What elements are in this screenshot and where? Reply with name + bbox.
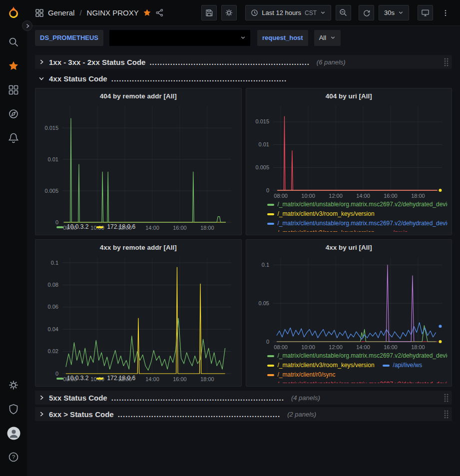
sidebar-item-server-admin[interactable] <box>3 399 23 419</box>
svg-text:16:00: 16:00 <box>384 193 398 199</box>
legend-label: /_matrix/client/unstable/org.matrix.msc2… <box>278 200 448 209</box>
legend-label: /api/live/ws <box>393 361 423 370</box>
svg-text:14:00: 14:00 <box>356 344 370 350</box>
panel-title[interactable]: 4xx by uri [All] <box>250 242 448 254</box>
request-host-value: All <box>319 34 326 41</box>
panel-4xx-by-uri: 4xx by uri [All] 00.050.108:0010:0012:00… <box>246 239 453 387</box>
sidebar-item-configuration[interactable] <box>3 375 23 395</box>
breadcrumb-section[interactable]: General <box>48 8 74 17</box>
svg-text:0.1: 0.1 <box>261 262 269 268</box>
panel-title[interactable]: 404 by uri [All] <box>250 91 448 103</box>
share-icon[interactable] <box>155 8 164 17</box>
datasource-select[interactable] <box>109 30 250 46</box>
svg-text:14:00: 14:00 <box>356 193 370 199</box>
dashboard-title[interactable]: NGINX PROXY <box>87 8 139 17</box>
legend-label: 172.18.0.6 <box>107 222 135 232</box>
kiosk-mode-button[interactable] <box>418 5 433 20</box>
row-drag-handle[interactable] <box>444 57 449 67</box>
main-area: General / NGINX PROXY Last 12 hours CST <box>27 0 460 476</box>
svg-text:0.005: 0.005 <box>255 164 269 170</box>
legend-label: /_matrix/client/v3/room_keys/version <box>278 361 375 370</box>
legend-item[interactable]: /_matrix/client/unstable/org.matrix.msc2… <box>267 351 448 361</box>
favorite-star-icon[interactable] <box>143 8 151 17</box>
dashboard-content: 1xx - 3xx - 2xx Status Code ............… <box>27 49 460 476</box>
chevron-right-icon <box>38 394 45 401</box>
save-dashboard-button[interactable] <box>201 5 217 20</box>
row-6xx-status-code[interactable]: 6xx > Status Code ......................… <box>35 407 452 421</box>
legend-item[interactable]: /_matrix/client/v3/room_keys/version <box>267 209 375 219</box>
request-host-variable-label[interactable]: request_host <box>257 30 308 46</box>
legend-swatch <box>56 378 63 380</box>
chevron-right-icon <box>25 23 30 28</box>
menu-open-button[interactable] <box>22 20 32 31</box>
svg-text:0.015: 0.015 <box>255 118 269 124</box>
legend-item[interactable]: 10.0.3.2 <box>56 374 88 383</box>
dashboards-grid-icon <box>8 84 19 95</box>
legend-item[interactable]: /_matrix/client/unstable/org.matrix.msc2… <box>267 200 448 209</box>
refresh-icon <box>363 9 371 17</box>
sidebar-item-alerting[interactable] <box>3 128 23 148</box>
row-drag-handle[interactable] <box>444 393 449 403</box>
panel-grid: 404 by remote addr [All] 00.0050.010.015… <box>35 88 452 387</box>
panel-4xx-by-remote-addr: 4xx by remote addr [All] 00.020.040.060.… <box>35 239 242 387</box>
row-dots: ........................................… <box>111 394 284 402</box>
dashboard-settings-button[interactable] <box>221 5 237 20</box>
svg-text:0.04: 0.04 <box>48 326 58 332</box>
legend-item[interactable]: /sw.js <box>383 228 408 232</box>
legend-swatch <box>267 213 274 215</box>
refresh-button[interactable] <box>359 5 374 20</box>
time-series-chart[interactable]: 00.0050.010.01508:0010:0012:0014:0016:00… <box>39 103 237 222</box>
sidebar-item-profile[interactable] <box>3 423 23 443</box>
legend-item[interactable]: /_matrix/client/r0/sync <box>267 370 336 380</box>
legend-item[interactable]: /_matrix/client/v3/room_keys/version <box>267 228 375 232</box>
kebab-menu-button[interactable] <box>438 5 453 20</box>
chevron-right-icon <box>38 411 45 418</box>
panel-title[interactable]: 4xx by remote addr [All] <box>39 242 237 254</box>
row-1xx-3xx-2xx-status-code[interactable]: 1xx - 3xx - 2xx Status Code ............… <box>35 55 452 69</box>
legend-label: 172.18.0.6 <box>107 374 135 383</box>
chevron-right-icon <box>38 58 45 65</box>
help-icon: ? <box>8 452 19 463</box>
legend-item[interactable]: 172.18.0.6 <box>96 222 135 232</box>
legend-item[interactable]: /_matrix/client/unstable/org.matrix.msc2… <box>267 380 448 383</box>
row-drag-handle[interactable] <box>444 410 449 419</box>
time-series-chart[interactable]: 00.050.108:0010:0012:0014:0016:0018:00 <box>250 254 448 351</box>
row-5xx-status-code[interactable]: 5xx Status Code ........................… <box>35 391 452 405</box>
legend-swatch <box>267 355 274 357</box>
sidebar-item-help[interactable]: ? <box>3 447 23 467</box>
legend-label: 10.0.3.2 <box>67 374 88 383</box>
star-icon <box>8 60 19 71</box>
refresh-interval-dropdown[interactable]: 30s <box>379 5 409 20</box>
time-series-chart[interactable]: 00.020.040.060.080.108:0010:0012:0014:00… <box>39 254 237 374</box>
clock-icon <box>251 9 258 16</box>
legend-item[interactable]: /_matrix/client/v3/room_keys/version <box>267 361 375 370</box>
sidebar-item-starred[interactable] <box>3 56 23 76</box>
panel-title[interactable]: 404 by remote addr [All] <box>39 91 237 103</box>
svg-text:12:00: 12:00 <box>329 344 343 350</box>
shield-icon <box>8 404 19 415</box>
legend-item[interactable]: /_matrix/client/unstable/org.matrix.msc2… <box>267 219 448 228</box>
time-range-picker[interactable]: Last 12 hours CST <box>245 5 331 20</box>
legend-swatch <box>267 365 274 367</box>
sidebar-item-dashboards[interactable] <box>3 80 23 100</box>
row-title: 5xx Status Code <box>49 394 107 402</box>
legend-label: /_matrix/client/r0/sync <box>278 370 336 380</box>
sidebar-item-search[interactable] <box>3 32 23 52</box>
legend-item[interactable]: 10.0.3.2 <box>56 222 88 232</box>
row-panel-count: (4 panels) <box>291 394 320 402</box>
svg-text:08:00: 08:00 <box>274 344 288 350</box>
legend-label: /_matrix/client/unstable/org.matrix.msc2… <box>278 380 448 383</box>
legend-item[interactable]: /api/live/ws <box>383 361 423 370</box>
grafana-logo[interactable] <box>5 5 21 21</box>
zoom-out-button[interactable] <box>336 5 351 20</box>
svg-text:0.01: 0.01 <box>48 156 58 162</box>
time-range-label: Last 12 hours <box>262 9 301 16</box>
legend-swatch <box>383 365 390 367</box>
svg-text:0.08: 0.08 <box>48 282 58 288</box>
sidebar-item-explore[interactable] <box>3 104 23 124</box>
datasource-variable-label[interactable]: DS_PROMETHEUS <box>35 30 103 46</box>
legend-item[interactable]: 172.18.0.6 <box>96 374 135 383</box>
request-host-value-dropdown[interactable]: All <box>314 30 341 46</box>
row-4xx-status-code[interactable]: 4xx Status Code ........................… <box>35 71 452 85</box>
time-series-chart[interactable]: 00.0050.010.01508:0010:0012:0014:0016:00… <box>250 103 448 200</box>
